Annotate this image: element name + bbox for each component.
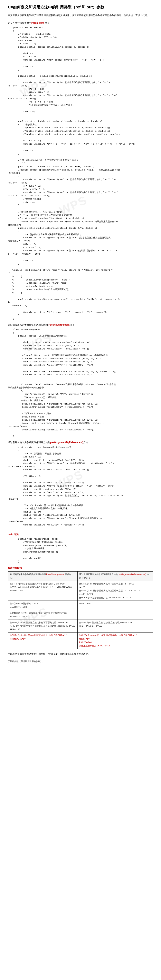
- code-passnew: class PassNewargument { public static vo…: [8, 328, 153, 438]
- code-passref: static void pastArgumentByReferences() {…: [8, 446, 153, 530]
- table-row: 当REFa为 ref int 型参数且值为执行下面语句之前，REFa=10 当R…: [8, 620, 153, 633]
- copyright: 于原始参数（即调用后引用的参数）。: [8, 660, 153, 663]
- table-header-left: 通过值传递来为参数赋值并调用方法的PassNewargument 类的结果：: [8, 571, 78, 581]
- table-row: 当 a 为double型参数时 c=5120 result1STFa=5120 …: [8, 601, 153, 610]
- section-parameters-title: 定义各类方法和参数的Parameters 类：: [8, 21, 153, 25]
- table-row: 当OUTa 为 double 型 out(引用)型参数时c中的 OK.OUTa=…: [8, 633, 153, 649]
- table-row: 该参数方法会转换、链接输出和值，该方法曾经命名为c=xxx result2STB…: [8, 610, 153, 620]
- table-row: 当STFa 为 int 型参数且值为执行下面语句之前，STFa=10 当STFa…: [8, 581, 153, 601]
- section-passref-title: 通过引用传递来为参数赋值并调用方法的pastArgumentByReferenc…: [8, 441, 153, 444]
- section-main-title: main 方法：: [8, 533, 153, 536]
- intro-text: 本文主要展示和说明C#中方法的引用类型参数的定义和调用，以及方法中的引用类型参数…: [8, 13, 153, 18]
- result-table: 通过值传递来为参数赋值并调用方法的PassNewargument 类的结果： 通…: [8, 571, 153, 649]
- result-title: 程序运行结果：: [8, 566, 153, 570]
- page-title: C#如何定义和调用方法中的引用类型（ref 和 out）参数: [8, 4, 153, 10]
- section-passnew-title: 通过值传递来为参数赋值并调用方法的 PassNewargument 类：: [8, 323, 153, 327]
- code-main: static void Main(string[] args) { //被引用赋…: [8, 538, 153, 563]
- code-parameters: public class Parameters { // static doub…: [8, 26, 153, 320]
- table-header-right: 通过引用变量来为参数赋值并调用方法的pastArgumentByReferenc…: [77, 571, 153, 581]
- conclusion: 由此可见普通方主方法中的引用类型（ref 和 out）参数的值都会被子方法改变。: [8, 652, 153, 656]
